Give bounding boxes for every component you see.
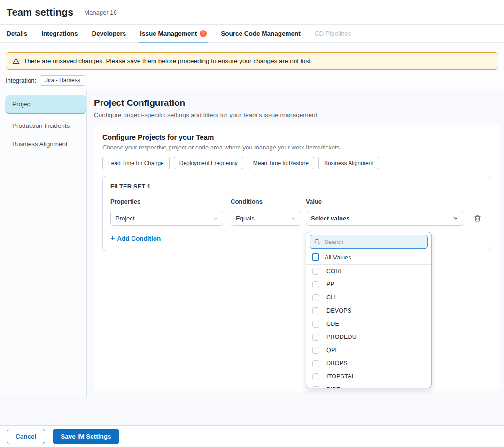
banner-message: There are unsaved changes. Please save t…	[23, 57, 312, 64]
tab-cd-pipelines[interactable]: CD Pipelines	[315, 25, 351, 42]
sidebar-item-production-incidents[interactable]: Production Incidents	[0, 117, 86, 135]
tab-label: CD Pipelines	[315, 30, 351, 37]
value-option-pipe[interactable]: PIPE	[306, 383, 431, 388]
value-option-pp[interactable]: PP	[306, 278, 431, 291]
dropdown-search	[310, 235, 428, 249]
unsaved-changes-banner: There are unsaved changes. Please save t…	[6, 52, 498, 70]
value-column-label: Value	[306, 198, 464, 205]
page-title: Team settings	[7, 7, 73, 18]
value-options-list: COREPPCLIDEVOPSCDEPRODEDUQPEDBOPSITOPSTA…	[306, 265, 431, 388]
value-option-cli[interactable]: CLI	[306, 291, 431, 304]
option-checkbox[interactable]	[312, 307, 319, 314]
value-option-core[interactable]: CORE	[306, 265, 431, 278]
option-label: DEVOPS	[326, 307, 351, 314]
alert-badge-icon: !	[200, 30, 207, 37]
filter-column-headers: Properties Conditions Value	[110, 198, 483, 205]
footer-action-bar: Cancel Save IM Settings	[0, 425, 504, 447]
select-all-option[interactable]: All Values	[306, 251, 431, 265]
tab-source-code-management[interactable]: Source Code Management	[221, 25, 301, 42]
integration-chip[interactable]: Jira - Harness	[40, 75, 85, 86]
value-option-prodedu[interactable]: PRODEDU	[306, 330, 431, 344]
tab-label: Developers	[92, 30, 126, 37]
settings-content: ProjectProduction IncidentsBusiness Alig…	[0, 90, 504, 397]
value-option-dbops[interactable]: DBOPS	[306, 357, 431, 370]
tab-label: Details	[7, 30, 27, 37]
option-checkbox[interactable]	[312, 347, 319, 354]
chevron-down-icon	[291, 216, 296, 221]
tab-details[interactable]: Details	[7, 25, 27, 42]
cancel-button[interactable]: Cancel	[7, 429, 45, 444]
add-condition-button[interactable]: + Add Condition	[110, 235, 161, 242]
option-checkbox[interactable]	[312, 373, 319, 380]
section-title: Project Configuration	[94, 98, 500, 108]
tab-bar: DetailsIntegrationsDevelopersIssue Manag…	[0, 25, 504, 43]
chevron-down-icon	[452, 215, 459, 221]
tab-developers[interactable]: Developers	[92, 25, 126, 42]
add-condition-label: Add Condition	[117, 235, 161, 242]
option-label: QPE	[326, 347, 339, 353]
delete-filter-button[interactable]	[473, 213, 482, 223]
value-select[interactable]: Select values...	[306, 211, 464, 226]
select-all-label: All Values	[325, 254, 351, 261]
filter-set-title: FILTER SET 1	[110, 183, 483, 190]
integration-label: Integration:	[6, 77, 36, 84]
tab-issue-management[interactable]: Issue Management!	[140, 25, 207, 42]
title-divider	[79, 8, 79, 16]
option-checkbox[interactable]	[312, 294, 319, 301]
page: Team settings Manager 16 DetailsIntegrat…	[0, 0, 504, 447]
value-select-wrapper: Select values...	[306, 211, 464, 226]
configure-projects-card: Configure Projects for your Team Choose …	[94, 125, 500, 391]
value-option-devops[interactable]: DEVOPS	[306, 304, 431, 317]
save-im-settings-button[interactable]: Save IM Settings	[53, 429, 119, 444]
option-label: PRODEDU	[326, 334, 357, 340]
settings-sidebar: ProjectProduction IncidentsBusiness Alig…	[0, 90, 87, 397]
metric-chip-mean-time-to-restore[interactable]: Mean Time to Restore	[248, 157, 314, 169]
option-label: CORE	[326, 268, 344, 274]
tab-integrations[interactable]: Integrations	[41, 25, 78, 42]
tab-label: Issue Management	[140, 30, 197, 37]
conditions-select[interactable]: Equals	[231, 211, 301, 226]
conditions-select-value: Equals	[236, 215, 255, 222]
main-panel: Project Configuration Configure project-…	[87, 90, 504, 397]
properties-select[interactable]: Project	[110, 211, 223, 226]
page-header: Team settings Manager 16	[0, 0, 504, 25]
content-background: There are unsaved changes. Please save t…	[0, 43, 504, 425]
search-icon	[314, 238, 320, 245]
metric-chip-lead-time-for-change[interactable]: Lead Time for Change	[102, 157, 170, 169]
option-label: CDE	[326, 321, 339, 327]
properties-select-value: Project	[116, 215, 134, 222]
option-checkbox[interactable]	[312, 321, 319, 328]
conditions-column-label: Conditions	[231, 198, 301, 205]
team-name-label: Manager 16	[84, 9, 116, 16]
bottom-spacer	[0, 397, 504, 425]
option-label: CLI	[326, 294, 336, 301]
option-label: PIPE	[326, 386, 340, 388]
metric-chips: Lead Time for ChangeDeployment Frequency…	[102, 157, 491, 169]
option-checkbox[interactable]	[312, 268, 319, 275]
option-checkbox[interactable]	[312, 281, 319, 288]
properties-column-label: Properties	[110, 198, 223, 205]
option-checkbox[interactable]	[312, 360, 319, 367]
value-option-itopstai[interactable]: ITOPSTAI	[306, 370, 431, 383]
tab-label: Integrations	[41, 30, 78, 37]
select-all-checkbox[interactable]	[312, 253, 319, 261]
chevron-down-icon	[213, 216, 218, 221]
sidebar-item-business-alignment[interactable]: Business Alignment	[0, 135, 86, 153]
card-subtitle: Choose your respective project or code a…	[102, 144, 491, 151]
option-label: ITOPSTAI	[326, 373, 353, 380]
plus-icon: +	[110, 235, 115, 242]
option-checkbox[interactable]	[312, 386, 319, 389]
value-option-cde[interactable]: CDE	[306, 317, 431, 330]
value-option-qpe[interactable]: QPE	[306, 344, 431, 357]
search-input[interactable]	[310, 235, 428, 249]
option-checkbox[interactable]	[312, 334, 319, 341]
section-subtitle: Configure project-specific settings and …	[94, 111, 500, 118]
trash-icon	[473, 214, 481, 222]
option-label: PP	[326, 281, 334, 288]
sidebar-item-project[interactable]: Project	[5, 95, 86, 114]
metric-chip-business-alignment[interactable]: Business Alignment	[318, 157, 379, 169]
card-title: Configure Projects for your Team	[102, 133, 491, 141]
warning-icon	[12, 57, 20, 65]
metric-chip-deployment-frequency[interactable]: Deployment Frequency	[174, 157, 243, 169]
value-select-placeholder: Select values...	[311, 215, 355, 222]
